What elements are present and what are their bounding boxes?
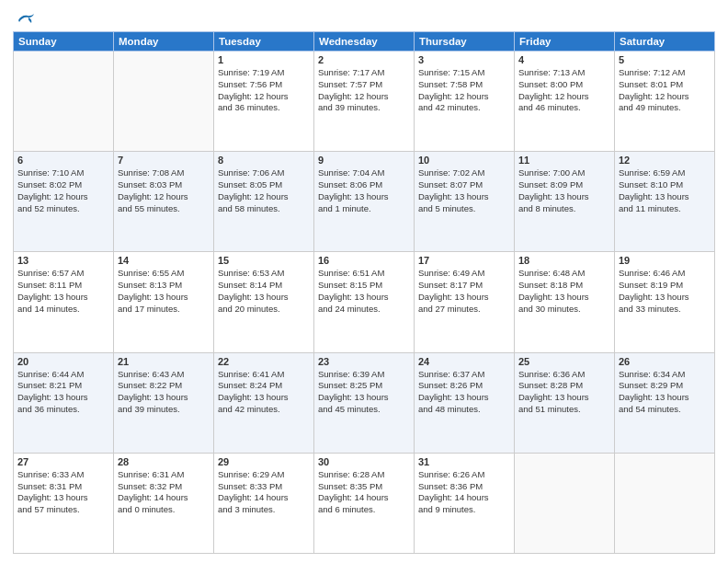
day-number: 4 [518, 54, 610, 65]
day-number: 23 [318, 356, 410, 367]
calendar-day-cell: 23Sunrise: 6:39 AM Sunset: 8:25 PM Dayli… [314, 352, 415, 453]
day-info: Sunrise: 6:29 AM Sunset: 8:33 PM Dayligh… [218, 469, 310, 516]
calendar-day-cell: 21Sunrise: 6:43 AM Sunset: 8:22 PM Dayli… [114, 352, 214, 453]
calendar-week-row: 6Sunrise: 7:10 AM Sunset: 8:02 PM Daylig… [14, 152, 715, 252]
day-number: 31 [418, 456, 510, 467]
weekday-header-row: SundayMondayTuesdayWednesdayThursdayFrid… [14, 32, 715, 52]
day-number: 16 [318, 255, 410, 266]
day-info: Sunrise: 6:57 AM Sunset: 8:11 PM Dayligh… [17, 268, 109, 315]
day-number: 7 [118, 155, 210, 166]
day-number: 11 [518, 155, 610, 166]
calendar-day-cell: 4Sunrise: 7:13 AM Sunset: 8:00 PM Daylig… [515, 52, 615, 152]
day-info: Sunrise: 6:49 AM Sunset: 8:17 PM Dayligh… [418, 268, 510, 315]
weekday-header-sunday: Sunday [14, 32, 114, 52]
day-number: 25 [518, 356, 610, 367]
header [13, 9, 715, 26]
day-number: 30 [318, 456, 410, 467]
day-number: 28 [118, 456, 210, 467]
calendar-day-cell: 13Sunrise: 6:57 AM Sunset: 8:11 PM Dayli… [14, 252, 114, 352]
day-number: 22 [218, 356, 310, 367]
calendar-day-cell: 15Sunrise: 6:53 AM Sunset: 8:14 PM Dayli… [214, 252, 314, 352]
day-info: Sunrise: 6:55 AM Sunset: 8:13 PM Dayligh… [118, 268, 210, 315]
day-number: 15 [218, 255, 310, 266]
calendar-day-cell: 25Sunrise: 6:36 AM Sunset: 8:28 PM Dayli… [515, 352, 615, 453]
day-info: Sunrise: 6:28 AM Sunset: 8:35 PM Dayligh… [318, 469, 410, 516]
calendar-day-cell: 30Sunrise: 6:28 AM Sunset: 8:35 PM Dayli… [314, 453, 415, 553]
day-number: 9 [318, 155, 410, 166]
day-info: Sunrise: 6:37 AM Sunset: 8:26 PM Dayligh… [418, 369, 510, 416]
day-info: Sunrise: 6:59 AM Sunset: 8:10 PM Dayligh… [619, 167, 711, 214]
day-info: Sunrise: 6:31 AM Sunset: 8:32 PM Dayligh… [118, 469, 210, 516]
day-info: Sunrise: 6:34 AM Sunset: 8:29 PM Dayligh… [619, 369, 711, 416]
day-number: 17 [418, 255, 510, 266]
day-info: Sunrise: 7:08 AM Sunset: 8:03 PM Dayligh… [118, 167, 210, 214]
calendar-day-cell: 16Sunrise: 6:51 AM Sunset: 8:15 PM Dayli… [314, 252, 415, 352]
calendar-day-cell: 24Sunrise: 6:37 AM Sunset: 8:26 PM Dayli… [415, 352, 515, 453]
logo-bird-icon [16, 9, 36, 26]
calendar-day-cell: 19Sunrise: 6:46 AM Sunset: 8:19 PM Dayli… [615, 252, 715, 352]
day-info: Sunrise: 7:10 AM Sunset: 8:02 PM Dayligh… [17, 167, 109, 214]
day-info: Sunrise: 6:53 AM Sunset: 8:14 PM Dayligh… [218, 268, 310, 315]
day-info: Sunrise: 6:36 AM Sunset: 8:28 PM Dayligh… [518, 369, 610, 416]
calendar-week-row: 27Sunrise: 6:33 AM Sunset: 8:31 PM Dayli… [14, 453, 715, 553]
day-number: 12 [619, 155, 711, 166]
day-info: Sunrise: 6:51 AM Sunset: 8:15 PM Dayligh… [318, 268, 410, 315]
calendar-day-cell: 7Sunrise: 7:08 AM Sunset: 8:03 PM Daylig… [114, 152, 214, 252]
calendar-day-cell [615, 453, 715, 553]
calendar-day-cell: 28Sunrise: 6:31 AM Sunset: 8:32 PM Dayli… [114, 453, 214, 553]
calendar-day-cell: 10Sunrise: 7:02 AM Sunset: 8:07 PM Dayli… [415, 152, 515, 252]
day-number: 19 [619, 255, 711, 266]
calendar-day-cell: 9Sunrise: 7:04 AM Sunset: 8:06 PM Daylig… [314, 152, 415, 252]
day-number: 2 [318, 54, 410, 65]
day-info: Sunrise: 7:02 AM Sunset: 8:07 PM Dayligh… [418, 167, 510, 214]
calendar-day-cell: 11Sunrise: 7:00 AM Sunset: 8:09 PM Dayli… [515, 152, 615, 252]
day-info: Sunrise: 7:00 AM Sunset: 8:09 PM Dayligh… [518, 167, 610, 214]
day-info: Sunrise: 6:39 AM Sunset: 8:25 PM Dayligh… [318, 369, 410, 416]
day-info: Sunrise: 7:12 AM Sunset: 8:01 PM Dayligh… [619, 67, 711, 114]
calendar-day-cell: 18Sunrise: 6:48 AM Sunset: 8:18 PM Dayli… [515, 252, 615, 352]
calendar-day-cell: 5Sunrise: 7:12 AM Sunset: 8:01 PM Daylig… [615, 52, 715, 152]
calendar-day-cell [515, 453, 615, 553]
day-number: 26 [619, 356, 711, 367]
day-info: Sunrise: 7:15 AM Sunset: 7:58 PM Dayligh… [418, 67, 510, 114]
day-info: Sunrise: 6:46 AM Sunset: 8:19 PM Dayligh… [619, 268, 711, 315]
calendar-day-cell: 14Sunrise: 6:55 AM Sunset: 8:13 PM Dayli… [114, 252, 214, 352]
calendar-day-cell: 3Sunrise: 7:15 AM Sunset: 7:58 PM Daylig… [415, 52, 515, 152]
logo [13, 9, 36, 26]
calendar-day-cell [14, 52, 114, 152]
day-number: 10 [418, 155, 510, 166]
day-info: Sunrise: 6:44 AM Sunset: 8:21 PM Dayligh… [17, 369, 109, 416]
day-info: Sunrise: 6:48 AM Sunset: 8:18 PM Dayligh… [518, 268, 610, 315]
calendar-table: SundayMondayTuesdayWednesdayThursdayFrid… [13, 31, 715, 554]
calendar-day-cell: 1Sunrise: 7:19 AM Sunset: 7:56 PM Daylig… [214, 52, 314, 152]
calendar-day-cell: 22Sunrise: 6:41 AM Sunset: 8:24 PM Dayli… [214, 352, 314, 453]
calendar-day-cell [114, 52, 214, 152]
day-info: Sunrise: 6:41 AM Sunset: 8:24 PM Dayligh… [218, 369, 310, 416]
calendar-day-cell: 2Sunrise: 7:17 AM Sunset: 7:57 PM Daylig… [314, 52, 415, 152]
weekday-header-friday: Friday [515, 32, 615, 52]
calendar-week-row: 1Sunrise: 7:19 AM Sunset: 7:56 PM Daylig… [14, 52, 715, 152]
day-info: Sunrise: 6:43 AM Sunset: 8:22 PM Dayligh… [118, 369, 210, 416]
page: SundayMondayTuesdayWednesdayThursdayFrid… [0, 0, 728, 563]
day-number: 6 [17, 155, 109, 166]
calendar-day-cell: 20Sunrise: 6:44 AM Sunset: 8:21 PM Dayli… [14, 352, 114, 453]
calendar-day-cell: 31Sunrise: 6:26 AM Sunset: 8:36 PM Dayli… [415, 453, 515, 553]
weekday-header-wednesday: Wednesday [314, 32, 415, 52]
day-number: 20 [17, 356, 109, 367]
calendar-day-cell: 29Sunrise: 6:29 AM Sunset: 8:33 PM Dayli… [214, 453, 314, 553]
weekday-header-tuesday: Tuesday [214, 32, 314, 52]
day-number: 5 [619, 54, 711, 65]
day-number: 27 [17, 456, 109, 467]
day-info: Sunrise: 7:06 AM Sunset: 8:05 PM Dayligh… [218, 167, 310, 214]
weekday-header-thursday: Thursday [415, 32, 515, 52]
day-number: 8 [218, 155, 310, 166]
day-number: 3 [418, 54, 510, 65]
calendar-day-cell: 8Sunrise: 7:06 AM Sunset: 8:05 PM Daylig… [214, 152, 314, 252]
day-info: Sunrise: 7:17 AM Sunset: 7:57 PM Dayligh… [318, 67, 410, 114]
weekday-header-monday: Monday [114, 32, 214, 52]
weekday-header-saturday: Saturday [615, 32, 715, 52]
day-info: Sunrise: 7:13 AM Sunset: 8:00 PM Dayligh… [518, 67, 610, 114]
day-number: 13 [17, 255, 109, 266]
day-number: 1 [218, 54, 310, 65]
day-number: 29 [218, 456, 310, 467]
